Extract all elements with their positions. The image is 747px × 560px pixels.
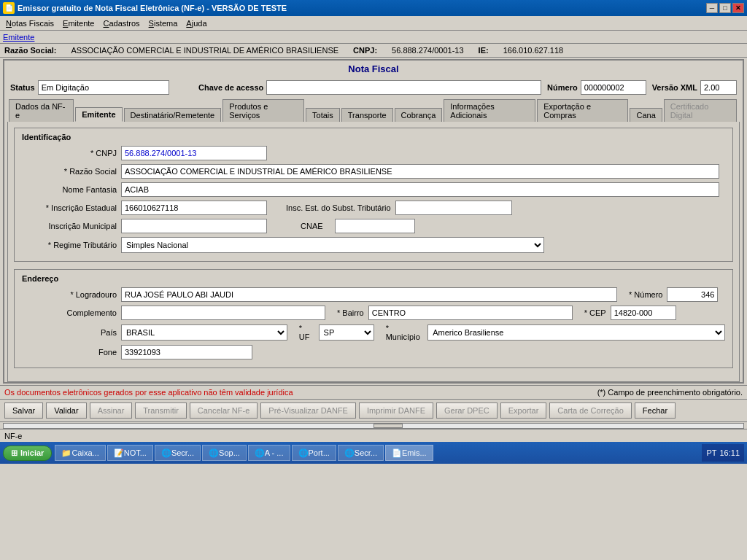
ie-value: 166.010.627.118 <box>503 46 564 55</box>
pais-select[interactable]: BRASIL <box>121 324 287 341</box>
cnpj-input[interactable] <box>121 146 267 160</box>
warning-text: Os documentos eletrônicos gerados por es… <box>4 388 293 397</box>
numero-field[interactable] <box>581 80 646 95</box>
chave-field[interactable] <box>266 80 541 95</box>
imprimir-danfe-button[interactable]: Imprimir DANFE <box>359 402 433 419</box>
menu-notas-fiscais[interactable]: Notas Fiscais <box>1 18 58 29</box>
tab-emitente[interactable]: Emitente <box>75 107 122 122</box>
start-icon: ⊞ <box>11 448 18 458</box>
razao-social-form-label: * Razão Social <box>22 167 117 176</box>
tab-produtos[interactable]: Produtos e Serviços <box>222 99 304 122</box>
nota-fiscal-title: Nota Fiscal <box>4 61 743 77</box>
taskbar-item-emis[interactable]: 📄 Emis... <box>385 445 433 461</box>
menu-bar: Notas Fiscais Emitente Cadastros Sistema… <box>0 16 747 31</box>
scroll-track[interactable] <box>3 423 744 429</box>
breadcrumb-emitente[interactable]: Emitente <box>3 33 34 42</box>
pre-visualizar-danfe-button[interactable]: Pré-Visualizar DANFE <box>260 402 356 419</box>
menu-emitente[interactable]: Emitente <box>58 18 98 29</box>
logradouro-row: * Logradouro * Número <box>22 287 725 302</box>
complemento-label: Complemento <box>22 308 117 317</box>
menu-sistema[interactable]: Sistema <box>144 18 182 29</box>
versao-field[interactable] <box>700 80 737 95</box>
maximize-button[interactable]: □ <box>719 3 731 13</box>
taskbar: ⊞ Iniciar 📁 Caixa... 📝 NOT... 🌐 Secr... … <box>0 442 747 464</box>
section-identificacao-title: Identificação <box>22 133 725 141</box>
carta-correcao-button[interactable]: Carta de Correção <box>549 402 632 419</box>
taskbar-item-secr2[interactable]: 🌐 Secr... <box>338 445 384 461</box>
ie-icon-5: 🌐 <box>344 448 355 458</box>
assinar-button[interactable]: Assinar <box>90 402 133 419</box>
tab-cobranca[interactable]: Cobrança <box>395 108 443 122</box>
validar-button[interactable]: Validar <box>46 402 86 419</box>
tab-exportacao[interactable]: Exportação e Compras <box>537 99 628 122</box>
window-controls: ─ □ ✕ <box>706 3 744 13</box>
municipio-label: * Município <box>386 324 424 341</box>
start-button[interactable]: ⊞ Iniciar <box>3 446 52 461</box>
cep-label: * CEP <box>584 308 606 317</box>
cnae-input[interactable] <box>335 219 415 233</box>
emitente-info-bar: Razão Social: ASSOCIAÇÃO COMERCIAL E IND… <box>0 44 747 58</box>
cnpj-form-label: * CNPJ <box>22 149 117 158</box>
app-status-strip: NF-e <box>0 429 747 442</box>
gerar-dpec-button[interactable]: Gerar DPEC <box>436 402 498 419</box>
cnae-label: CNAE <box>301 222 323 230</box>
notepad-icon: 📝 <box>114 448 124 458</box>
tab-transporte[interactable]: Transporte <box>341 108 393 122</box>
regime-tributario-row: * Regime Tributário Simples Nacional Reg… <box>22 237 725 253</box>
nome-fantasia-input[interactable] <box>121 182 719 197</box>
menu-cadastros[interactable]: Cadastros <box>98 18 144 29</box>
tab-content-emitente: Identificação * CNPJ * Razão Social Nome… <box>7 122 740 382</box>
taskbar-item-sop[interactable]: 🌐 Sop... <box>202 445 247 461</box>
ie-icon-3: 🌐 <box>255 448 265 458</box>
uf-select[interactable]: SP <box>319 324 374 341</box>
razao-social-input[interactable] <box>121 164 719 179</box>
municipio-select[interactable]: Americo Brasiliense <box>427 324 725 341</box>
taskbar-item-port[interactable]: 🌐 Port... <box>292 445 336 461</box>
ie-label: IE: <box>479 46 489 55</box>
inscricao-subst-input[interactable] <box>395 201 512 215</box>
complemento-row: Complemento * Bairro * CEP <box>22 306 725 320</box>
minimize-button[interactable]: ─ <box>706 3 718 13</box>
section-identificacao: Identificação * CNPJ * Razão Social Nome… <box>14 128 733 262</box>
app-status-label: NF-e <box>4 432 22 440</box>
bairro-label: * Bairro <box>337 308 364 317</box>
button-bar: Salvar Validar Assinar Transmitir Cancel… <box>0 399 747 421</box>
tab-informacoes[interactable]: Informações Adicionais <box>444 99 535 122</box>
inscricao-estadual-label: * Inscrição Estadual <box>22 203 117 212</box>
nota-fiscal-panel: Nota Fiscal Status Chave de acesso Númer… <box>3 59 744 384</box>
bairro-input[interactable] <box>368 306 573 320</box>
taskbar-item-a[interactable]: 🌐 A - ... <box>248 445 290 461</box>
taskbar-item-not[interactable]: 📝 NOT... <box>107 445 153 461</box>
cep-input[interactable] <box>611 306 676 320</box>
exportar-button[interactable]: Exportar <box>500 402 547 419</box>
fechar-button[interactable]: Fechar <box>635 402 676 419</box>
scroll-thumb[interactable] <box>374 424 403 428</box>
taskbar-item-secr1[interactable]: 🌐 Secr... <box>155 445 201 461</box>
tab-cana[interactable]: Cana <box>630 108 662 122</box>
status-field[interactable] <box>38 80 169 95</box>
ie-icon-1: 🌐 <box>161 448 171 458</box>
title-bar: 📄 Emissor gratuito de Nota Fiscal Eletrô… <box>0 0 747 16</box>
tab-dados-nfe[interactable]: Dados da NF-e <box>9 99 74 122</box>
close-button[interactable]: ✕ <box>732 3 744 13</box>
bottom-status-bar: Os documentos eletrônicos gerados por es… <box>0 385 747 399</box>
tab-destinatario[interactable]: Destinatário/Remetente <box>124 108 222 122</box>
clock: 16:11 <box>719 448 740 457</box>
status-label: Status <box>10 83 35 92</box>
salvar-button[interactable]: Salvar <box>4 402 43 419</box>
regime-tributario-select[interactable]: Simples Nacional Regime Normal <box>121 237 544 253</box>
complemento-input[interactable] <box>121 306 325 320</box>
inscricao-estadual-input[interactable] <box>121 201 267 215</box>
chave-label: Chave de acesso <box>198 83 263 92</box>
menu-ajuda[interactable]: Ajuda <box>182 18 211 29</box>
fone-input[interactable] <box>121 345 252 359</box>
cancelar-nfe-button[interactable]: Cancelar NF-e <box>190 402 258 419</box>
inscricao-municipal-input[interactable] <box>121 219 267 233</box>
tab-totais[interactable]: Totais <box>306 108 340 122</box>
taskbar-item-caixa[interactable]: 📁 Caixa... <box>55 445 105 461</box>
logradouro-input[interactable] <box>121 287 617 302</box>
versao-label: Versão XML <box>652 83 697 92</box>
pais-uf-municipio-row: País BRASIL * UF SP * Município Americo … <box>22 324 725 341</box>
transmitir-button[interactable]: Transmitir <box>135 402 186 419</box>
numero-end-input[interactable] <box>667 287 718 302</box>
